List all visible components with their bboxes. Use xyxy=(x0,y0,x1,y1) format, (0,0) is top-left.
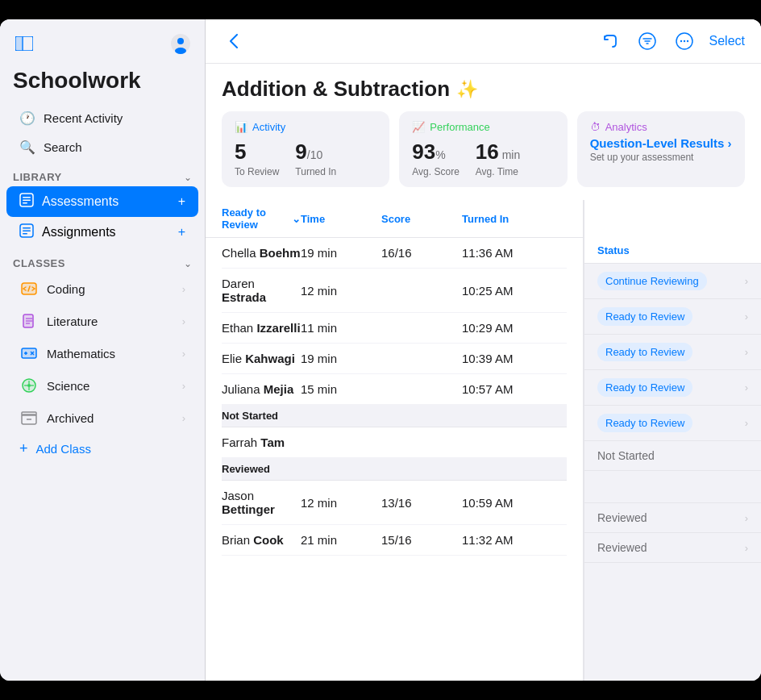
analytics-sub-label: Set up your assessment xyxy=(590,152,732,163)
turned-in-cell: 10:25 AM xyxy=(462,284,567,298)
library-section-header: Library ⌄ xyxy=(0,161,205,186)
time-cell: 12 min xyxy=(301,496,381,510)
status-badge-ready-3: Ready to Review xyxy=(597,378,692,397)
table-row[interactable]: Jason Bettinger 12 min 13/16 10:59 AM xyxy=(222,481,567,525)
score-cell: 16/16 xyxy=(381,246,462,260)
student-name: Elie Kahwagi xyxy=(222,352,301,365)
table-row[interactable]: Brian Cook 21 min 15/16 11:32 AM xyxy=(222,525,567,556)
analytics-card-icon: ⏱ xyxy=(590,121,601,133)
table-row[interactable]: Farrah Tam xyxy=(222,427,567,458)
table-row[interactable]: Juliana Mejia 15 min 10:57 AM xyxy=(222,374,567,405)
status-entry-ready-4[interactable]: Ready to Review › xyxy=(584,406,761,441)
science-chevron-icon: › xyxy=(182,380,185,392)
search-label: Search xyxy=(44,140,82,154)
status-entry-reviewed-1[interactable]: Reviewed › xyxy=(584,503,761,533)
sidebar-item-literature[interactable]: Literature › xyxy=(6,305,198,337)
classes-chevron-icon[interactable]: ⌄ xyxy=(184,258,192,269)
col-name[interactable]: Ready to Review ⌄ xyxy=(222,206,301,231)
coding-chevron-icon: › xyxy=(182,283,185,295)
main-header: Select xyxy=(206,19,761,64)
student-name: Chella Boehm xyxy=(222,246,301,260)
status-reviewed-2-text: Reviewed xyxy=(597,541,647,554)
svg-rect-22 xyxy=(22,348,36,358)
literature-icon xyxy=(19,311,39,331)
status-panel-header: Status xyxy=(584,200,761,264)
status-chevron-icon: › xyxy=(745,310,748,323)
activity-card: 📊 Activity 5 To Review 9/10 Turned In xyxy=(222,111,389,187)
stats-row: 📊 Activity 5 To Review 9/10 Turned In xyxy=(206,111,761,200)
add-class-icon: + xyxy=(19,440,28,457)
sidebar-item-coding[interactable]: Coding › xyxy=(6,273,198,305)
literature-chevron-icon: › xyxy=(182,315,185,327)
status-entry-ready-3[interactable]: Ready to Review › xyxy=(584,370,761,406)
profile-icon[interactable] xyxy=(169,32,192,55)
add-assessment-icon[interactable]: + xyxy=(178,194,185,209)
sidebar-item-science[interactable]: Science › xyxy=(6,369,198,402)
table-row[interactable]: Chella Boehm 19 min 16/16 11:36 AM xyxy=(222,238,567,269)
col-time[interactable]: Time xyxy=(301,213,381,225)
status-not-started-text: Not Started xyxy=(597,449,655,462)
sidebar-item-mathematics[interactable]: Mathematics › xyxy=(6,337,198,369)
table-row[interactable]: Elie Kahwagi 19 min 10:39 AM xyxy=(222,344,567,374)
sidebar-toggle-icon[interactable] xyxy=(13,32,35,55)
status-entry-ready-1[interactable]: Ready to Review › xyxy=(584,299,761,335)
col-turned-in[interactable]: Turned In xyxy=(462,213,567,225)
sidebar-item-assignments[interactable]: Assignments + xyxy=(6,217,198,248)
svg-point-44 xyxy=(683,40,684,42)
archived-chevron-icon: › xyxy=(182,412,185,424)
time-cell: 15 min xyxy=(301,382,381,396)
analytics-card-title: Analytics xyxy=(605,121,647,133)
analytics-card[interactable]: ⏱ Analytics Question-Level Results › Set… xyxy=(577,111,745,187)
more-button[interactable] xyxy=(672,29,697,53)
table-header: Ready to Review ⌄ Time Score Turned In xyxy=(206,200,583,238)
svg-rect-36 xyxy=(22,412,36,415)
undo-button[interactable] xyxy=(598,29,622,53)
avg-time-label: Avg. Time xyxy=(476,166,520,177)
sidebar-item-search[interactable]: 🔍 Search xyxy=(6,132,198,161)
student-name: Brian Cook xyxy=(222,533,301,547)
turned-in-label: Turned In xyxy=(295,166,336,177)
table-row[interactable]: Daren Estrada 12 min 10:25 AM xyxy=(222,269,567,313)
add-assignment-icon[interactable]: + xyxy=(178,225,185,240)
header-left xyxy=(222,29,246,53)
filter-button[interactable] xyxy=(635,29,659,53)
sidebar-item-assessments[interactable]: Assessments + xyxy=(6,186,198,217)
mathematics-chevron-icon: › xyxy=(182,348,185,360)
not-started-section-header: Not Started xyxy=(222,405,567,427)
svg-rect-7 xyxy=(23,197,31,198)
time-cell: 12 min xyxy=(301,284,381,298)
performance-card: 📈 Performance 93% Avg. Score 16 min xyxy=(399,111,567,187)
status-chevron-icon: › xyxy=(745,512,748,524)
classes-section-header: Classes ⌄ xyxy=(0,248,205,273)
time-cell: 21 min xyxy=(301,533,381,547)
status-entry-not-started: Not Started xyxy=(584,441,761,471)
avg-score-value: 93% xyxy=(412,140,459,165)
page-title: Addition & Subtraction ✨ xyxy=(222,77,745,102)
time-cell: 19 min xyxy=(301,246,381,260)
score-cell: 13/16 xyxy=(381,496,462,510)
performance-card-title: Performance xyxy=(430,121,489,133)
status-chevron-icon: › xyxy=(745,542,748,554)
sort-icon: ⌄ xyxy=(292,213,301,225)
sidebar-item-archived[interactable]: Archived › xyxy=(6,402,198,434)
avg-score-label: Avg. Score xyxy=(412,166,459,177)
activity-card-icon: 📊 xyxy=(235,121,247,133)
status-entry-continue-reviewing[interactable]: Continue Reviewing › xyxy=(584,264,761,299)
add-class-item[interactable]: + Add Class xyxy=(6,434,198,464)
table-row[interactable]: Ethan Izzarelli 11 min 10:29 AM xyxy=(222,313,567,344)
status-entry-reviewed-2[interactable]: Reviewed › xyxy=(584,533,761,563)
status-panel: Status Continue Reviewing › Ready to Rev… xyxy=(584,200,761,681)
library-chevron-icon[interactable]: ⌄ xyxy=(184,172,192,183)
svg-rect-8 xyxy=(23,200,31,202)
select-button[interactable]: Select xyxy=(709,34,745,48)
question-level-results-link[interactable]: Question-Level Results › xyxy=(590,136,732,150)
archived-icon xyxy=(19,408,39,427)
col-score[interactable]: Score xyxy=(381,213,462,225)
science-label: Science xyxy=(47,379,174,393)
back-button[interactable] xyxy=(222,29,246,53)
recent-activity-icon: 🕐 xyxy=(19,110,35,126)
status-entry-ready-2[interactable]: Ready to Review › xyxy=(584,335,761,370)
svg-point-5 xyxy=(175,48,186,54)
sidebar-item-recent-activity[interactable]: 🕐 Recent Activity xyxy=(6,103,198,132)
svg-rect-9 xyxy=(23,202,27,204)
